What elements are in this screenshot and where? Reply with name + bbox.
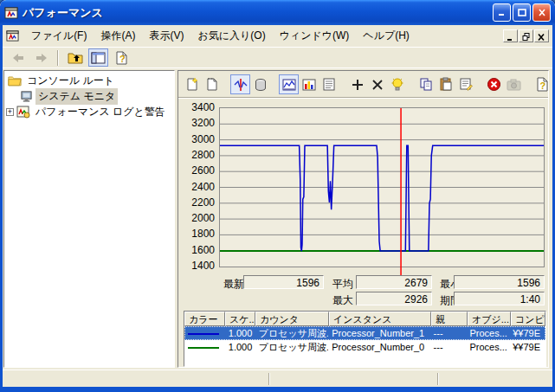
- system-monitor-panel: ? 34003200300028002600240022002000180016…: [177, 70, 549, 368]
- view-log-data-button[interactable]: [250, 74, 270, 94]
- title-bar[interactable]: パフォーマンス: [0, 0, 555, 25]
- toolbar-separator-line: [178, 97, 548, 99]
- window-border-bottom: [0, 387, 555, 392]
- counter-legend-table: カラー スケ... カウンタ インスタンス 親 オブジ... コンピ 1.000…: [184, 311, 546, 367]
- column-header-scale[interactable]: スケ...: [225, 312, 255, 326]
- y-axis-tick: 1600: [182, 244, 215, 256]
- menu-action[interactable]: 操作(A): [94, 26, 142, 46]
- counter-cell: プロセッサ周波...: [255, 327, 329, 340]
- performance-monitor-window: パフォーマンス ファイル(F) 操作(A) 表示(V) お気に入り(O) ウィン…: [0, 0, 555, 392]
- view-graph-button[interactable]: [279, 74, 299, 94]
- tree-item-perf-logs[interactable]: + パフォーマンス ログと警告: [4, 104, 174, 119]
- up-folder-icon: [68, 51, 83, 64]
- tree-item-label: コンソール ルート: [24, 73, 117, 89]
- y-axis-tick: 3000: [182, 133, 215, 145]
- y-axis-tick: 2200: [182, 196, 215, 209]
- freeze-display-button[interactable]: [484, 74, 504, 94]
- chart-canvas: [220, 108, 544, 267]
- mmc-icon: [6, 29, 19, 42]
- column-header-object[interactable]: オブジ...: [468, 312, 511, 326]
- max-value: 2926: [356, 292, 432, 305]
- window-title: パフォーマンス: [23, 5, 103, 21]
- chart-plot-area: [219, 107, 545, 267]
- sysmon-help-button[interactable]: ?: [532, 74, 552, 94]
- view-report-button[interactable]: [319, 74, 339, 94]
- toolbar-separator: [57, 50, 59, 66]
- console-tree: コンソール ルート システム モニタ + パフォーマンス ログと警告: [3, 70, 175, 368]
- scale-cell: 1.000: [225, 342, 255, 352]
- tree-item-system-monitor[interactable]: システム モニタ: [4, 88, 174, 104]
- column-header-computer[interactable]: コンピ: [511, 312, 545, 326]
- menu-view[interactable]: 表示(V): [142, 26, 190, 46]
- y-axis-tick: 1400: [182, 260, 215, 272]
- up-one-level-button[interactable]: [65, 48, 85, 67]
- system-monitor-icon: [20, 90, 33, 102]
- copy-properties-button[interactable]: [416, 74, 436, 94]
- paste-counter-list-button[interactable]: [436, 74, 455, 94]
- statusbar-separator: [268, 373, 270, 385]
- y-axis-tick: 2000: [182, 212, 215, 224]
- expand-icon[interactable]: +: [6, 108, 14, 116]
- view-current-activity-button[interactable]: [230, 74, 250, 94]
- help-button[interactable]: ?: [112, 48, 132, 67]
- average-value: 2679: [356, 275, 432, 289]
- svg-text:?: ?: [119, 54, 126, 64]
- maximize-button[interactable]: [513, 3, 531, 22]
- tree-item-console-root[interactable]: コンソール ルート: [4, 73, 174, 88]
- legend-header-row: カラー スケ... カウンタ インスタンス 親 オブジ... コンピ: [184, 312, 545, 326]
- object-cell: Proces...: [466, 342, 509, 352]
- back-button[interactable]: [8, 48, 28, 67]
- close-button[interactable]: [532, 3, 551, 22]
- nav-toolbar: ?: [3, 48, 552, 68]
- menu-favorites[interactable]: お気に入り(O): [190, 26, 272, 46]
- delete-counter-button[interactable]: [367, 74, 387, 94]
- column-header-color[interactable]: カラー: [184, 312, 225, 326]
- color-swatch: [188, 333, 219, 335]
- computer-cell: ¥¥79E: [509, 328, 545, 338]
- column-header-counter[interactable]: カウンタ: [255, 312, 329, 326]
- mdi-close-button[interactable]: [534, 29, 549, 42]
- y-axis-tick: 2400: [182, 181, 215, 193]
- column-header-instance[interactable]: インスタンス: [329, 312, 431, 326]
- color-swatch: [188, 347, 219, 349]
- instance-cell: Processor_Number_1: [328, 328, 429, 338]
- counter-row-2[interactable]: 1.000 プロセッサ周波... Processor_Number_0 --- …: [184, 340, 545, 354]
- duration-value: 1:40: [454, 292, 545, 305]
- update-data-button[interactable]: [504, 74, 524, 94]
- y-axis-tick: 2600: [182, 164, 215, 177]
- window-border-left: [0, 25, 3, 392]
- object-cell: Proces...: [466, 328, 509, 338]
- y-axis-tick: 3400: [182, 101, 215, 113]
- forward-arrow-icon: [35, 52, 48, 64]
- scale-cell: 1.000: [225, 328, 255, 338]
- minimize-button[interactable]: [493, 3, 511, 22]
- app-icon: [4, 6, 18, 20]
- highlight-button[interactable]: [387, 74, 407, 94]
- statusbar-separator: [437, 373, 439, 385]
- svg-text:?: ?: [540, 80, 546, 91]
- counter-row-1[interactable]: 1.000 プロセッサ周波... Processor_Number_1 --- …: [184, 326, 545, 340]
- mdi-restore-button[interactable]: [519, 29, 533, 42]
- view-histogram-button[interactable]: [299, 74, 319, 94]
- mdi-minimize-button[interactable]: [503, 29, 518, 42]
- perf-logs-icon: [16, 106, 30, 119]
- menu-file[interactable]: ファイル(F): [24, 26, 94, 46]
- properties-button[interactable]: [455, 74, 475, 94]
- latest-value: 1596: [243, 275, 324, 289]
- min-value: 1596: [454, 275, 545, 289]
- sysmon-toolbar: ?: [182, 73, 552, 96]
- show-hide-tree-button[interactable]: [88, 48, 108, 67]
- parent-cell: ---: [430, 328, 467, 338]
- menu-window[interactable]: ウィンドウ(W): [273, 26, 357, 46]
- status-bar: [3, 370, 552, 387]
- instance-cell: Processor_Number_0: [328, 342, 429, 352]
- counter-cell: プロセッサ周波...: [255, 341, 329, 354]
- computer-cell: ¥¥79E: [509, 342, 545, 352]
- tree-item-label: システム モニタ: [35, 88, 118, 105]
- help-doc-icon: ?: [115, 51, 128, 65]
- forward-button[interactable]: [31, 48, 51, 67]
- add-counter-button[interactable]: [347, 74, 367, 94]
- menu-help[interactable]: ヘルプ(H): [356, 26, 416, 46]
- max-label: 最大: [332, 293, 353, 308]
- column-header-parent[interactable]: 親: [431, 312, 468, 326]
